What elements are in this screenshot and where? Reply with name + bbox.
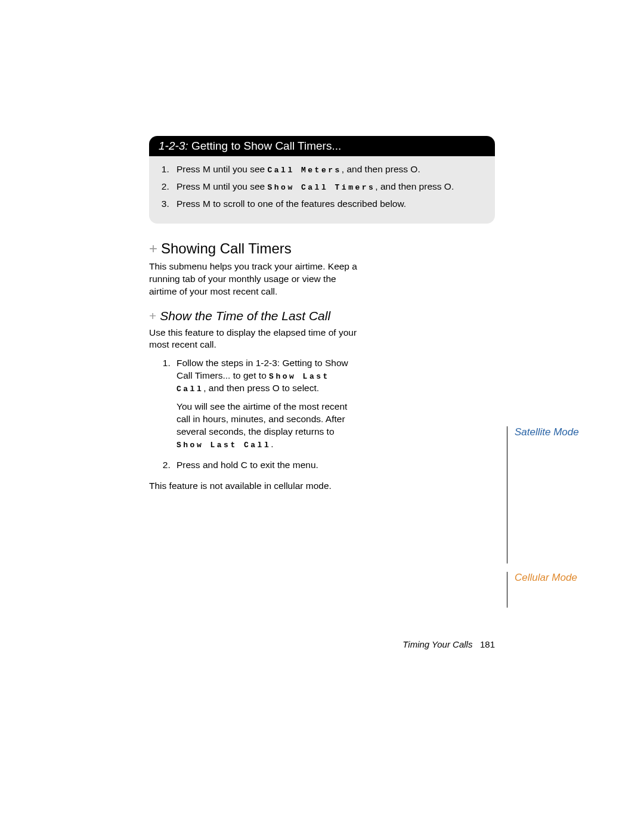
proc-step-2: Press M until you see Show Call Timers, …: [172, 181, 485, 193]
menu-call-meters: Call Meters: [268, 166, 342, 175]
key-o: O: [273, 383, 280, 393]
sidebar-satellite-mode: Satellite Mode: [507, 426, 634, 563]
plus-icon: +: [149, 240, 157, 256]
key-c: C: [241, 460, 247, 470]
section1-body: This submenu helps you track your airtim…: [149, 261, 358, 298]
heading-showing-call-timers: +Showing Call Timers: [149, 240, 495, 257]
sec2-step-1: Follow the steps in 1-2-3: Getting to Sh…: [173, 357, 358, 450]
key-m: M: [203, 164, 210, 174]
section2-intro: Use this feature to display the elapsed …: [149, 327, 358, 352]
sidebar-cellular-mode: Cellular Mode: [507, 572, 634, 608]
procedure-title-text: Getting to Show Call Timers...: [191, 140, 341, 152]
page-content: 1-2-3: Getting to Show Call Timers... Pr…: [149, 136, 495, 498]
section2-note: This feature is not available in cellula…: [149, 480, 358, 493]
procedure-steps: Press M until you see Call Meters, and t…: [149, 156, 495, 224]
proc-step-1: Press M until you see Call Meters, and t…: [172, 163, 485, 176]
menu-show-last-call: Show Last Call: [177, 441, 271, 450]
footer-page-number: 181: [480, 639, 495, 649]
section2-body: Use this feature to display the elapsed …: [149, 327, 358, 493]
key-o: O: [410, 164, 417, 174]
key-m: M: [203, 181, 210, 191]
key-m: M: [203, 199, 210, 209]
key-o: O: [444, 181, 451, 191]
proc-step-3: Press M to scroll to one of the features…: [172, 198, 485, 210]
procedure-box: 1-2-3: Getting to Show Call Timers... Pr…: [149, 136, 495, 224]
page-footer: Timing Your Calls 181: [149, 639, 495, 649]
sec2-step-1-note: You will see the airtime of the most rec…: [177, 401, 358, 451]
menu-show-call-timers: Show Call Timers: [268, 183, 376, 192]
footer-chapter: Timing Your Calls: [402, 639, 472, 649]
section1-para: This submenu helps you track your airtim…: [149, 261, 358, 298]
sec2-step-2: Press and hold C to exit the menu.: [173, 459, 358, 472]
section-showing-call-timers: +Showing Call Timers This submenu helps …: [149, 240, 495, 493]
plus-icon: +: [149, 309, 156, 323]
procedure-prefix: 1-2-3:: [159, 140, 188, 152]
heading-show-last-call: +Show the Time of the Last Call: [149, 309, 495, 323]
procedure-title: 1-2-3: Getting to Show Call Timers...: [149, 136, 495, 156]
